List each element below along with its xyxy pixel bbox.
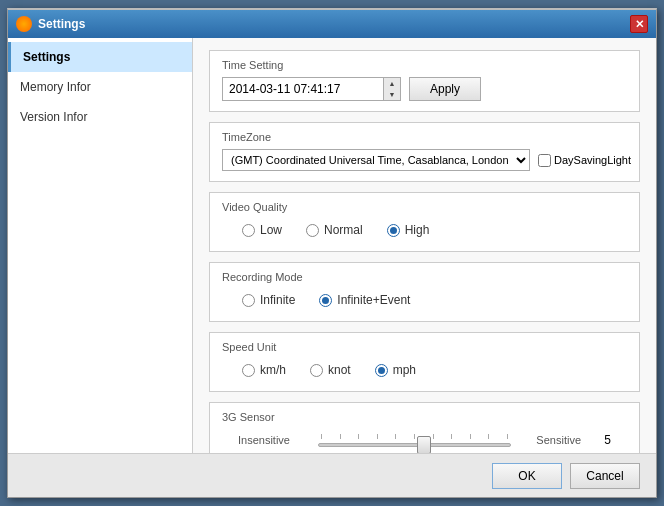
settings-window: Settings ✕ Settings Memory Infor Version… [7, 8, 657, 498]
radio-item-kmh[interactable]: km/h [242, 363, 286, 377]
video-quality-section: Video Quality Low Normal High [209, 192, 640, 252]
slider-thumb[interactable] [417, 436, 431, 453]
radio-item-knot[interactable]: knot [310, 363, 351, 377]
speed-unit-radio-group: km/h knot mph [222, 359, 627, 381]
radio-circle-kmh [242, 364, 255, 377]
radio-circle-knot [310, 364, 323, 377]
spin-down-button[interactable]: ▼ [384, 89, 400, 100]
sidebar-item-version-infor[interactable]: Version Infor [8, 102, 192, 132]
radio-circle-low [242, 224, 255, 237]
spin-up-button[interactable]: ▲ [384, 78, 400, 89]
slider-track[interactable] [318, 443, 511, 447]
apply-button[interactable]: Apply [409, 77, 481, 101]
timezone-label: TimeZone [222, 131, 627, 143]
radio-item-low[interactable]: Low [242, 223, 282, 237]
spin-buttons: ▲ ▼ [383, 78, 400, 100]
radio-item-infinite[interactable]: Infinite [242, 293, 295, 307]
radio-circle-infinite [242, 294, 255, 307]
time-input-wrapper: ▲ ▼ [222, 77, 401, 101]
window-title: Settings [38, 17, 630, 31]
sidebar-item-settings[interactable]: Settings [8, 42, 192, 72]
title-bar: Settings ✕ [8, 10, 656, 38]
daysaving-label: DaySavingLight [538, 154, 631, 167]
video-quality-label: Video Quality [222, 201, 627, 213]
slider-row: Insensitive [222, 429, 627, 451]
radio-item-infinite-event[interactable]: Infinite+Event [319, 293, 410, 307]
radio-item-high[interactable]: High [387, 223, 430, 237]
sensor-3g-section: 3G Sensor Insensitive [209, 402, 640, 453]
sensitive-label: Sensitive [521, 434, 581, 446]
radio-circle-mph [375, 364, 388, 377]
recording-mode-radio-group: Infinite Infinite+Event [222, 289, 627, 311]
sidebar-item-memory-infor[interactable]: Memory Infor [8, 72, 192, 102]
video-quality-radio-group: Low Normal High [222, 219, 627, 241]
time-input[interactable] [223, 78, 383, 100]
timezone-select[interactable]: (GMT) Coordinated Universal Time, Casabl… [222, 149, 530, 171]
sensor-value: 5 [591, 433, 611, 447]
sensor-3g-label: 3G Sensor [222, 411, 627, 423]
radio-item-mph[interactable]: mph [375, 363, 416, 377]
timezone-row: (GMT) Coordinated Universal Time, Casabl… [222, 149, 627, 171]
speed-unit-section: Speed Unit km/h knot mph [209, 332, 640, 392]
radio-circle-high [387, 224, 400, 237]
ok-button[interactable]: OK [492, 463, 562, 489]
speed-unit-label: Speed Unit [222, 341, 627, 353]
radio-item-normal[interactable]: Normal [306, 223, 363, 237]
time-setting-row: ▲ ▼ Apply [222, 77, 627, 101]
window-icon [16, 16, 32, 32]
main-content: Time Setting ▲ ▼ Apply TimeZone [193, 38, 656, 453]
window-body: Settings Memory Infor Version Infor Time… [8, 38, 656, 453]
insensitive-label: Insensitive [238, 434, 308, 446]
cancel-button[interactable]: Cancel [570, 463, 640, 489]
recording-mode-section: Recording Mode Infinite Infinite+Event [209, 262, 640, 322]
footer-bar: OK Cancel [8, 453, 656, 497]
time-setting-section: Time Setting ▲ ▼ Apply [209, 50, 640, 112]
radio-circle-normal [306, 224, 319, 237]
daysaving-checkbox[interactable] [538, 154, 551, 167]
recording-mode-label: Recording Mode [222, 271, 627, 283]
sidebar: Settings Memory Infor Version Infor [8, 38, 193, 453]
timezone-section: TimeZone (GMT) Coordinated Universal Tim… [209, 122, 640, 182]
close-button[interactable]: ✕ [630, 15, 648, 33]
time-setting-label: Time Setting [222, 59, 627, 71]
radio-circle-infinite-event [319, 294, 332, 307]
